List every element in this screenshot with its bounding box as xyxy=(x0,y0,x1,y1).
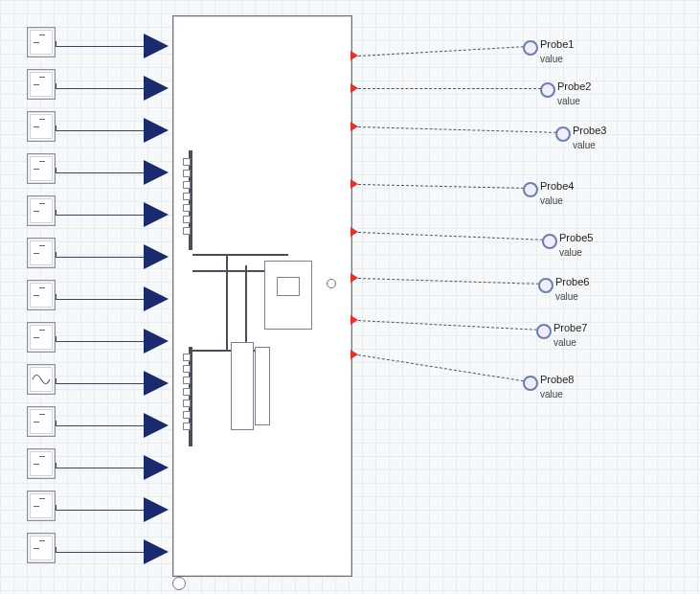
probe-node[interactable] xyxy=(538,278,553,293)
probe-name: Probe6 xyxy=(555,276,589,287)
probe-connector xyxy=(358,354,529,382)
connector-port-icon xyxy=(172,577,186,590)
output-port-icon xyxy=(350,227,358,237)
probe-value: value xyxy=(553,337,576,348)
probe-node[interactable] xyxy=(536,324,552,339)
output-port-icon xyxy=(350,122,358,131)
gain-block[interactable] xyxy=(144,202,169,227)
inner-wire xyxy=(245,265,247,352)
probe-connector xyxy=(358,88,546,89)
wire xyxy=(56,425,144,426)
probe-connector xyxy=(358,184,529,189)
gain-block[interactable] xyxy=(144,34,169,58)
wire xyxy=(56,468,144,468)
probe-connector xyxy=(358,232,548,240)
output-port-icon xyxy=(350,273,358,283)
probe-name: Probe2 xyxy=(557,80,591,92)
step-source-block[interactable] xyxy=(27,280,56,310)
probe-node[interactable] xyxy=(555,126,571,142)
step-source-block[interactable] xyxy=(27,153,56,184)
step-source-block[interactable] xyxy=(27,406,56,437)
probe-name: Probe3 xyxy=(573,125,606,136)
gain-block[interactable] xyxy=(144,76,169,101)
inner-block xyxy=(255,347,270,425)
gain-block[interactable] xyxy=(144,329,169,354)
probe-node[interactable] xyxy=(540,82,555,98)
subsystem-block[interactable] xyxy=(172,15,352,577)
probe-value: value xyxy=(573,140,596,150)
inner-block xyxy=(231,342,254,430)
step-source-block[interactable] xyxy=(27,27,56,57)
probe-name: Probe5 xyxy=(559,232,593,243)
gain-block[interactable] xyxy=(144,244,169,269)
probe-node[interactable] xyxy=(523,40,538,56)
step-source-block[interactable] xyxy=(27,322,56,353)
output-port-icon xyxy=(350,51,358,60)
gain-block[interactable] xyxy=(144,286,169,311)
inner-wire xyxy=(192,270,269,272)
port-glyph xyxy=(183,170,191,177)
probe-value: value xyxy=(540,54,563,64)
wire xyxy=(56,510,144,511)
inner-subblock xyxy=(277,277,300,296)
probe-value: value xyxy=(557,96,580,106)
port-glyph xyxy=(183,158,191,166)
wire xyxy=(56,46,144,47)
port-glyph xyxy=(183,227,191,235)
busbar-lower xyxy=(189,347,192,446)
wire xyxy=(56,299,144,300)
port-glyph xyxy=(183,354,191,361)
step-source-block[interactable] xyxy=(27,448,56,479)
subsystem-output-port xyxy=(327,279,336,288)
inner-wire xyxy=(226,256,228,352)
step-source-block[interactable] xyxy=(27,238,56,268)
wire xyxy=(56,257,144,258)
step-source-block[interactable] xyxy=(27,195,56,226)
probe-name: Probe1 xyxy=(540,38,574,50)
step-source-block[interactable] xyxy=(27,111,56,142)
wire xyxy=(56,383,144,384)
step-source-block[interactable] xyxy=(27,533,56,563)
probe-node[interactable] xyxy=(523,182,538,197)
port-glyph xyxy=(183,400,191,407)
diagram-canvas[interactable]: Probe1valueProbe2valueProbe3valueProbe4v… xyxy=(0,0,700,594)
port-glyph xyxy=(183,411,191,419)
probe-connector xyxy=(358,278,544,285)
gain-block[interactable] xyxy=(144,118,169,143)
probe-value: value xyxy=(559,247,582,258)
probe-connector xyxy=(358,46,529,57)
probe-value: value xyxy=(540,195,563,206)
port-glyph xyxy=(183,377,191,384)
probe-name: Probe8 xyxy=(540,374,574,385)
gain-block[interactable] xyxy=(144,371,169,396)
sine-source-block[interactable] xyxy=(27,364,56,395)
probe-name: Probe4 xyxy=(540,180,574,192)
probe-value: value xyxy=(540,389,563,400)
probe-connector xyxy=(358,126,561,133)
inner-wire xyxy=(192,254,288,256)
output-port-icon xyxy=(350,315,358,325)
step-source-block[interactable] xyxy=(27,69,56,100)
port-glyph xyxy=(183,216,191,223)
probe-name: Probe7 xyxy=(553,322,587,333)
wire xyxy=(56,341,144,342)
probe-value: value xyxy=(555,291,578,302)
gain-block[interactable] xyxy=(144,455,169,480)
gain-block[interactable] xyxy=(144,160,169,185)
probe-connector xyxy=(358,320,542,331)
port-glyph xyxy=(183,365,191,373)
gain-block[interactable] xyxy=(144,413,169,438)
output-port-icon xyxy=(350,350,358,359)
wire xyxy=(56,215,144,216)
port-glyph xyxy=(183,193,191,200)
probe-node[interactable] xyxy=(523,376,538,391)
wire xyxy=(56,130,144,131)
gain-block[interactable] xyxy=(144,497,169,522)
output-port-icon xyxy=(350,179,358,189)
gain-block[interactable] xyxy=(144,539,169,564)
port-glyph xyxy=(183,388,191,396)
port-glyph xyxy=(183,181,191,189)
step-source-block[interactable] xyxy=(27,491,56,521)
port-glyph xyxy=(183,204,191,212)
probe-node[interactable] xyxy=(542,234,557,249)
